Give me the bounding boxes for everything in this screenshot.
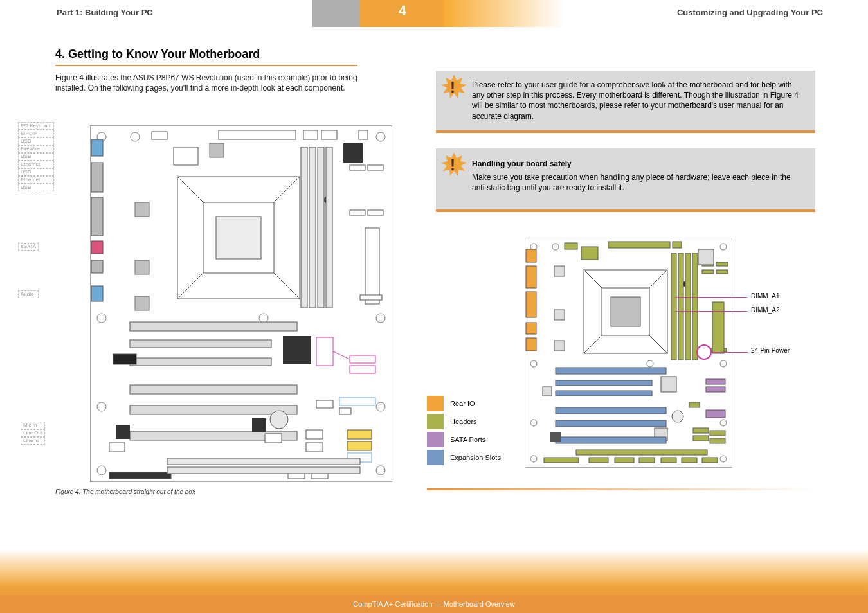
svg-rect-129: [706, 379, 725, 384]
exclamation-icon: !: [450, 78, 455, 96]
svg-rect-122: [556, 368, 666, 374]
section-heading: 4. Getting to Know Your Motherboard Figu…: [55, 48, 357, 93]
note-box-1: ! Please refer to your user guide for a …: [436, 71, 815, 130]
svg-rect-144: [543, 387, 552, 396]
svg-point-8: [97, 466, 106, 475]
color-key: Rear IO Headers SATA Ports Expansion Slo…: [427, 395, 501, 466]
svg-point-82: [647, 360, 653, 367]
callout: Ethernet: [18, 176, 54, 184]
mini-label-24pin: 24-Pin Power: [751, 347, 790, 354]
leader-line: [675, 297, 747, 298]
svg-rect-116: [685, 253, 691, 360]
svg-rect-61: [109, 443, 125, 452]
svg-rect-131: [706, 410, 725, 418]
callout: Mic In: [21, 422, 45, 429]
svg-rect-16: [91, 286, 103, 301]
svg-rect-11: [91, 139, 103, 156]
svg-rect-26: [210, 143, 224, 157]
page-footer: CompTIA A+ Certification — Motherboard O…: [0, 595, 868, 613]
svg-rect-95: [581, 247, 598, 260]
svg-point-9: [376, 466, 385, 475]
svg-rect-105: [611, 297, 640, 326]
svg-point-83: [720, 360, 727, 367]
callout: Line In: [21, 437, 45, 445]
svg-rect-62: [306, 430, 323, 439]
svg-rect-71: [360, 295, 382, 300]
callout: P/2 Keyboard: [18, 122, 54, 130]
svg-rect-74: [167, 458, 360, 465]
section-rule: [55, 65, 357, 66]
svg-point-80: [720, 244, 727, 250]
svg-rect-69: [350, 210, 365, 215]
swatch-label: Headers: [450, 418, 477, 425]
svg-rect-37: [318, 147, 324, 308]
svg-rect-125: [556, 407, 666, 414]
exclamation-icon: !: [450, 156, 455, 174]
svg-point-6: [97, 402, 106, 411]
svg-rect-23: [135, 202, 149, 217]
svg-rect-117: [692, 253, 698, 360]
note-box-2: ! Handling your board safely Make sure y…: [436, 148, 815, 209]
section-subtitle: Figure 4 illustrates the ASUS P8P67 WS R…: [55, 73, 357, 93]
svg-rect-43: [130, 358, 271, 366]
svg-rect-67: [350, 165, 365, 170]
svg-rect-15: [91, 260, 103, 273]
svg-rect-139: [693, 428, 709, 433]
svg-rect-100: [702, 270, 714, 274]
svg-rect-89: [526, 249, 536, 262]
svg-rect-115: [678, 253, 683, 360]
svg-rect-101: [716, 270, 728, 274]
callout: eSATA: [18, 243, 39, 251]
section-title: 4. Getting to Know Your Motherboard: [55, 48, 357, 61]
svg-rect-50: [252, 418, 266, 432]
swatch-label: SATA Ports: [450, 436, 485, 443]
page-top-gray: [312, 0, 360, 27]
mini-rule: [427, 488, 815, 490]
callout: USB: [18, 138, 54, 145]
svg-rect-123: [556, 380, 652, 386]
svg-rect-92: [526, 323, 536, 334]
svg-rect-118: [712, 302, 724, 353]
svg-rect-133: [589, 458, 608, 463]
callout: Audio: [18, 290, 39, 298]
motherboard-diagram-colored: [525, 238, 743, 475]
svg-rect-137: [682, 458, 697, 463]
svg-point-86: [530, 456, 537, 462]
svg-point-2: [376, 132, 385, 141]
swatch-steel: [427, 450, 444, 465]
swatch-label: Rear IO: [450, 400, 475, 407]
svg-rect-75: [167, 467, 360, 474]
svg-point-81: [530, 360, 537, 367]
svg-rect-132: [544, 458, 579, 463]
svg-point-88: [552, 244, 559, 250]
svg-rect-97: [673, 242, 682, 248]
svg-rect-35: [301, 147, 307, 308]
motherboard-diagram: [90, 125, 392, 482]
svg-rect-68: [368, 165, 383, 170]
svg-rect-124: [556, 391, 652, 396]
svg-rect-120: [698, 249, 714, 265]
svg-point-84: [530, 420, 537, 426]
svg-rect-47: [283, 336, 311, 364]
svg-rect-60: [109, 472, 171, 479]
svg-rect-70: [368, 210, 383, 215]
svg-rect-94: [565, 243, 577, 249]
svg-rect-14: [91, 241, 103, 254]
svg-rect-51: [265, 434, 282, 443]
svg-rect-146: [576, 450, 707, 455]
svg-rect-41: [130, 322, 297, 331]
svg-rect-73: [339, 408, 351, 414]
leader-line: [675, 311, 747, 312]
svg-rect-112: [554, 310, 565, 320]
svg-rect-119: [661, 377, 676, 392]
svg-rect-58: [347, 441, 372, 450]
svg-rect-136: [661, 458, 676, 463]
svg-rect-96: [608, 242, 670, 248]
svg-point-3: [97, 314, 106, 323]
note2-text: Make sure you take precaution when handl…: [472, 173, 791, 192]
callout: S/PDIF: [18, 130, 54, 138]
svg-point-48: [270, 411, 288, 429]
callout: USB: [18, 153, 54, 161]
svg-rect-113: [554, 341, 565, 351]
svg-rect-90: [526, 266, 536, 288]
